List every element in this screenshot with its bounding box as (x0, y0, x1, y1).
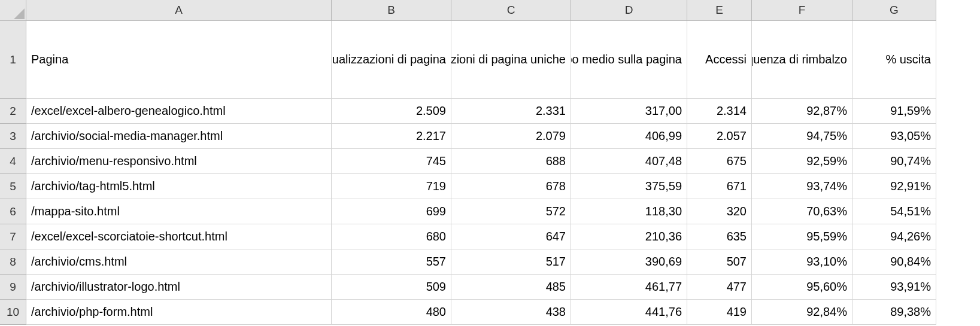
row-header-1[interactable]: 1 (0, 21, 26, 99)
cell-F6[interactable]: 70,63% (752, 199, 852, 224)
cell-A10[interactable]: /archivio/php-form.html (26, 300, 332, 325)
row-header-3[interactable]: 3 (0, 124, 26, 149)
cell-G5[interactable]: 92,91% (852, 174, 936, 199)
cell-E1[interactable]: Accessi (687, 21, 752, 99)
column-header-G[interactable]: G (852, 0, 936, 21)
cell-D9[interactable]: 461,77 (571, 275, 687, 300)
cell-F7[interactable]: 95,59% (752, 224, 852, 249)
header-visualizzazioni: Visualizzazioni di pagina (332, 53, 446, 66)
cell-G8[interactable]: 90,84% (852, 249, 936, 275)
cell-B5[interactable]: 719 (332, 174, 451, 199)
cell-D8[interactable]: 390,69 (571, 249, 687, 275)
cell-B1[interactable]: Visualizzazioni di pagina (332, 21, 451, 99)
cell-A1[interactable]: Pagina (26, 21, 332, 99)
cell-F1[interactable]: Frequenza di rimbalzo (752, 21, 852, 99)
cell-D6[interactable]: 118,30 (571, 199, 687, 224)
cell-B8[interactable]: 557 (332, 249, 451, 275)
cell-D2[interactable]: 317,00 (571, 99, 687, 124)
row-header-5[interactable]: 5 (0, 174, 26, 199)
cell-E6[interactable]: 320 (687, 199, 752, 224)
cell-F3[interactable]: 94,75% (752, 124, 852, 149)
cell-B9[interactable]: 509 (332, 275, 451, 300)
row-header-9[interactable]: 9 (0, 275, 26, 300)
select-all-triangle-icon (14, 8, 25, 19)
cell-E3[interactable]: 2.057 (687, 124, 752, 149)
header-percentuale-uscita: % uscita (885, 53, 931, 66)
cell-G3[interactable]: 93,05% (852, 124, 936, 149)
cell-E2[interactable]: 2.314 (687, 99, 752, 124)
cell-G10[interactable]: 89,38% (852, 300, 936, 325)
cell-value: 680 (426, 230, 446, 243)
column-header-F[interactable]: F (752, 0, 852, 21)
select-all-corner[interactable] (0, 0, 26, 21)
cell-value: 93,91% (890, 280, 931, 294)
column-header-A[interactable]: A (26, 0, 332, 21)
cell-G2[interactable]: 91,59% (852, 99, 936, 124)
cell-B10[interactable]: 480 (332, 300, 451, 325)
cell-G1[interactable]: % uscita (852, 21, 936, 99)
row-header-6[interactable]: 6 (0, 199, 26, 224)
cell-value: 509 (426, 280, 446, 294)
cell-D5[interactable]: 375,59 (571, 174, 687, 199)
row-header-7[interactable]: 7 (0, 224, 26, 249)
column-header-E[interactable]: E (687, 0, 752, 21)
column-header-B[interactable]: B (332, 0, 451, 21)
cell-D10[interactable]: 441,76 (571, 300, 687, 325)
cell-F5[interactable]: 93,74% (752, 174, 852, 199)
cell-D4[interactable]: 407,48 (571, 149, 687, 174)
cell-F10[interactable]: 92,84% (752, 300, 852, 325)
cell-E7[interactable]: 635 (687, 224, 752, 249)
cell-value: 635 (727, 230, 747, 243)
cell-D7[interactable]: 210,36 (571, 224, 687, 249)
cell-F8[interactable]: 93,10% (752, 249, 852, 275)
row-header-4[interactable]: 4 (0, 149, 26, 174)
cell-value: /archivio/social-media-manager.html (31, 129, 223, 143)
cell-C5[interactable]: 678 (451, 174, 571, 199)
cell-value: 118,30 (645, 205, 682, 218)
cell-A6[interactable]: /mappa-sito.html (26, 199, 332, 224)
cell-value: 671 (727, 179, 747, 193)
cell-A8[interactable]: /archivio/cms.html (26, 249, 332, 275)
cell-C6[interactable]: 572 (451, 199, 571, 224)
cell-F2[interactable]: 92,87% (752, 99, 852, 124)
cell-A4[interactable]: /archivio/menu-responsivo.html (26, 149, 332, 174)
column-header-D[interactable]: D (571, 0, 687, 21)
cell-C1[interactable]: Visualizzazioni di pagina uniche (451, 21, 571, 99)
cell-D3[interactable]: 406,99 (571, 124, 687, 149)
cell-D1[interactable]: Tempo medio sulla pagina (571, 21, 687, 99)
row-header-2[interactable]: 2 (0, 99, 26, 124)
cell-B3[interactable]: 2.217 (332, 124, 451, 149)
cell-A9[interactable]: /archivio/illustrator-logo.html (26, 275, 332, 300)
cell-G4[interactable]: 90,74% (852, 149, 936, 174)
cell-B7[interactable]: 680 (332, 224, 451, 249)
cell-B6[interactable]: 699 (332, 199, 451, 224)
cell-E4[interactable]: 675 (687, 149, 752, 174)
cell-F9[interactable]: 95,60% (752, 275, 852, 300)
cell-E8[interactable]: 507 (687, 249, 752, 275)
cell-A3[interactable]: /archivio/social-media-manager.html (26, 124, 332, 149)
cell-E10[interactable]: 419 (687, 300, 752, 325)
cell-E5[interactable]: 671 (687, 174, 752, 199)
cell-G7[interactable]: 94,26% (852, 224, 936, 249)
cell-C7[interactable]: 647 (451, 224, 571, 249)
cell-value: 54,51% (890, 205, 931, 218)
cell-C3[interactable]: 2.079 (451, 124, 571, 149)
cell-B2[interactable]: 2.509 (332, 99, 451, 124)
cell-C10[interactable]: 438 (451, 300, 571, 325)
cell-G6[interactable]: 54,51% (852, 199, 936, 224)
cell-A7[interactable]: /excel/excel-scorciatoie-shortcut.html (26, 224, 332, 249)
column-header-C[interactable]: C (451, 0, 571, 21)
cell-A5[interactable]: /archivio/tag-html5.html (26, 174, 332, 199)
cell-C9[interactable]: 485 (451, 275, 571, 300)
cell-B4[interactable]: 745 (332, 149, 451, 174)
cell-C2[interactable]: 2.331 (451, 99, 571, 124)
cell-C4[interactable]: 688 (451, 149, 571, 174)
spreadsheet-grid[interactable]: A B C D E F G 1 Pagina Visualizzazioni d… (0, 0, 980, 325)
row-header-10[interactable]: 10 (0, 300, 26, 325)
row-header-8[interactable]: 8 (0, 249, 26, 275)
cell-A2[interactable]: /excel/excel-albero-genealogico.html (26, 99, 332, 124)
cell-E9[interactable]: 477 (687, 275, 752, 300)
cell-F4[interactable]: 92,59% (752, 149, 852, 174)
cell-C8[interactable]: 517 (451, 249, 571, 275)
cell-G9[interactable]: 93,91% (852, 275, 936, 300)
